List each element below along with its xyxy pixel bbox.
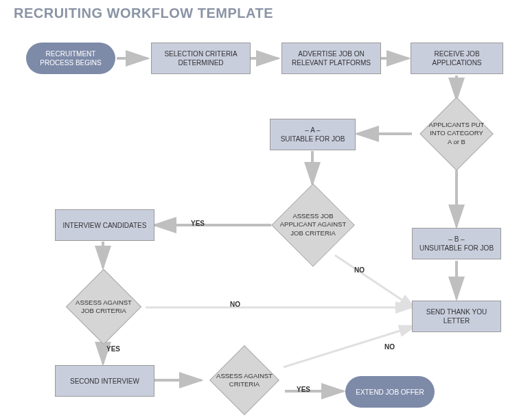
- node-receive: RECEIVE JOB APPLICATIONS: [411, 43, 503, 74]
- label-yes-3: YES: [297, 386, 310, 393]
- svg-line-15: [284, 326, 415, 367]
- decision-assess-interview: ASSESS AGAINST JOB CRITERIA: [77, 280, 130, 334]
- decision-categorize: APPLICANTS PUT INTO CATEGORY A or B: [430, 108, 483, 160]
- label-no-3: NO: [384, 343, 395, 351]
- node-second-interview: SECOND INTERVIEW: [55, 365, 154, 397]
- node-interview: INTERVIEW CANDIDATES: [55, 209, 154, 241]
- decision-assess-second: ASSESS AGAINST CRITERIA: [220, 355, 269, 405]
- page-title: RECRUITING WORKFLOW TEMPLATE: [14, 5, 273, 21]
- node-suitable: – A – SUITABLE FOR JOB: [270, 119, 356, 150]
- label-no-1: NO: [354, 266, 365, 274]
- node-criteria: SELECTION CRITERIA DETERMINED: [151, 43, 251, 74]
- label-yes-2: YES: [106, 345, 120, 353]
- node-start: RECRUITMENT PROCESS BEGINS: [26, 43, 115, 74]
- node-advertise: ADVERTISE JOB ON RELEVANT PLATFORMS: [281, 43, 381, 74]
- node-unsuitable: – B – UNSUITABLE FOR JOB: [412, 228, 501, 259]
- decision-assess-a: ASSESS JOB APPLICANT AGAINST JOB CRITERI…: [284, 196, 343, 255]
- node-offer: EXTEND JOB OFFER: [345, 376, 435, 408]
- label-yes-1: YES: [191, 220, 205, 227]
- label-no-2: NO: [230, 301, 240, 308]
- node-thank-you: SEND THANK YOU LETTER: [412, 301, 501, 332]
- svg-line-8: [335, 255, 415, 309]
